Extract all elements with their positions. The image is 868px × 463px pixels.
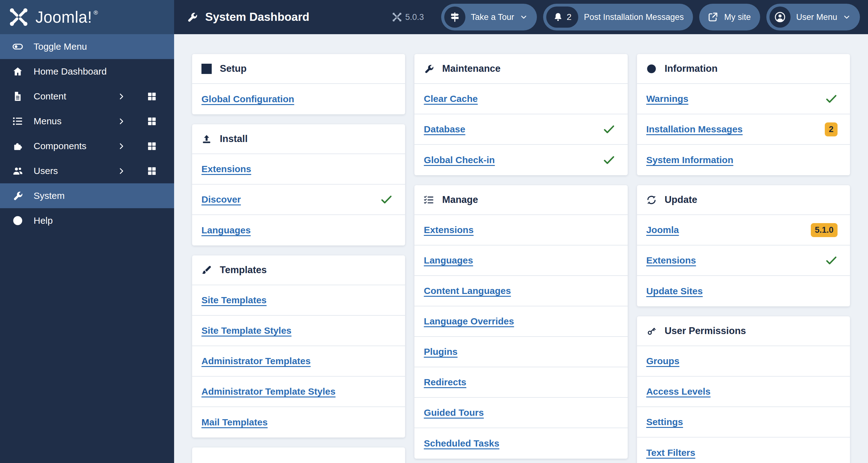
status-badge: 2 — [825, 123, 838, 136]
sidebar-item-label: Menus — [34, 116, 62, 127]
file-icon — [12, 91, 23, 102]
gear-icon — [202, 64, 212, 74]
extensions-link[interactable]: Extensions — [646, 255, 696, 266]
settings-link[interactable]: Settings — [646, 417, 683, 427]
sidebar-item-home-dashboard[interactable]: Home Dashboard — [0, 59, 174, 84]
card-title: Templates — [220, 264, 267, 276]
header-button-user-menu[interactable]: User Menu — [766, 4, 860, 30]
site-templates-link[interactable]: Site Templates — [202, 295, 267, 305]
content-languages-link[interactable]: Content Languages — [424, 286, 511, 296]
sidebar-item-components[interactable]: Components — [0, 134, 174, 159]
card-setup: SetupGlobal Configuration — [192, 54, 405, 114]
redirects-link[interactable]: Redirects — [424, 377, 466, 388]
card-row: Plugins — [414, 337, 627, 367]
clear-cache-link[interactable]: Clear Cache — [424, 94, 477, 104]
languages-link[interactable]: Languages — [424, 255, 473, 266]
sidebar-item-menus[interactable]: Menus — [0, 109, 174, 134]
language-overrides-link[interactable]: Language Overrides — [424, 316, 514, 327]
card-row: Scheduled Tasks — [414, 428, 627, 459]
key-icon — [646, 326, 657, 336]
mail-templates-link[interactable]: Mail Templates — [202, 417, 268, 428]
chevron-down-icon — [520, 13, 528, 21]
header-button-my-site[interactable]: My site — [699, 4, 760, 30]
wrench-icon — [424, 64, 434, 74]
groups-link[interactable]: Groups — [646, 356, 680, 366]
sidebar-item-help[interactable]: Help — [0, 208, 174, 233]
signpost-icon — [449, 11, 460, 23]
sidebar-item-content[interactable]: Content — [0, 84, 174, 109]
page-title: System Dashboard — [205, 10, 309, 24]
card-header: Templates — [192, 256, 405, 285]
sidebar-item-label: System — [34, 191, 65, 201]
chevron-right-icon — [118, 167, 125, 175]
joomla-logo[interactable]: Joomla! ® — [0, 0, 174, 34]
sidebar-item-label: Home Dashboard — [34, 66, 106, 77]
update-sites-link[interactable]: Update Sites — [646, 286, 703, 296]
card-manage: ManageExtensionsLanguagesContent Languag… — [414, 185, 627, 459]
system-information-link[interactable]: System Information — [646, 155, 733, 165]
header-button-label: User Menu — [796, 12, 837, 22]
sidebar: Toggle MenuHome DashboardContentMenusCom… — [0, 34, 174, 463]
header-button-take-a-tour[interactable]: Take a Tour — [441, 4, 537, 30]
card-row: Clear Cache — [414, 84, 627, 114]
card-header: Install — [192, 124, 405, 154]
installation-messages-link[interactable]: Installation Messages — [646, 124, 743, 135]
sidebar-dashboard-shortcut[interactable] — [147, 141, 157, 151]
extensions-link[interactable]: Extensions — [202, 164, 251, 174]
card-row: Site Templates — [192, 285, 405, 316]
chevron-right-icon — [118, 118, 125, 125]
sidebar-item-users[interactable]: Users — [0, 159, 174, 183]
text-filters-link[interactable]: Text Filters — [646, 448, 695, 458]
global-configuration-link[interactable]: Global Configuration — [202, 94, 294, 104]
card-row: Update Sites — [637, 276, 850, 306]
card-row: Settings — [637, 407, 850, 437]
card-update: UpdateJoomla5.1.0ExtensionsUpdate Sites — [637, 185, 850, 306]
site-template-styles-link[interactable]: Site Template Styles — [202, 325, 291, 336]
card-header: Maintenance — [414, 54, 627, 84]
sidebar-item-label: Content — [34, 91, 66, 102]
sidebar-item-system[interactable]: System — [0, 183, 174, 208]
card-row: Languages — [414, 245, 627, 276]
dashboard-column-1: SetupGlobal ConfigurationInstallExtensio… — [192, 54, 405, 463]
page-title-group: System Dashboard — [187, 10, 309, 24]
header-button-post-installation-messages[interactable]: 2Post Installation Messages — [543, 4, 693, 30]
joomla-link[interactable]: Joomla — [646, 225, 679, 235]
card-title: Manage — [442, 194, 478, 205]
check-icon — [603, 154, 615, 166]
sidebar-dashboard-shortcut[interactable] — [147, 117, 157, 126]
extensions-link[interactable]: Extensions — [424, 225, 473, 235]
card-user-permissions: User PermissionsGroupsAccess LevelsSetti… — [637, 316, 850, 463]
header-button-label: My site — [724, 12, 751, 22]
card-maintenance: MaintenanceClear CacheDatabaseGlobal Che… — [414, 54, 627, 175]
discover-link[interactable]: Discover — [202, 194, 241, 205]
version-label: 5.0.3 — [405, 12, 424, 22]
card-row: Language Overrides — [414, 306, 627, 337]
card-title: User Permissions — [665, 325, 746, 336]
database-link[interactable]: Database — [424, 124, 465, 135]
dashboard-column-3: InformationWarningsInstallation Messages… — [637, 54, 850, 463]
plugins-link[interactable]: Plugins — [424, 346, 457, 357]
card-row: Access Levels — [637, 376, 850, 407]
card-install: InstallExtensionsDiscoverLanguages — [192, 124, 405, 245]
card-row: Global Check-in — [414, 145, 627, 175]
card-title: Update — [665, 194, 697, 205]
warnings-link[interactable]: Warnings — [646, 94, 689, 104]
sidebar-dashboard-shortcut[interactable] — [147, 166, 157, 176]
registered-mark: ® — [94, 9, 98, 16]
dashboard-column-2: MaintenanceClear CacheDatabaseGlobal Che… — [414, 54, 627, 463]
check-icon — [825, 254, 838, 267]
global-check-in-link[interactable]: Global Check-in — [424, 155, 495, 165]
administrator-templates-link[interactable]: Administrator Templates — [202, 356, 311, 366]
languages-link[interactable]: Languages — [202, 225, 251, 235]
administrator-template-styles-link[interactable]: Administrator Template Styles — [202, 386, 336, 397]
sidebar-item-toggle-menu[interactable]: Toggle Menu — [0, 34, 174, 59]
card-row: Content Languages — [414, 276, 627, 306]
scheduled-tasks-link[interactable]: Scheduled Tasks — [424, 438, 499, 449]
card-row: Administrator Templates — [192, 346, 405, 376]
guided-tours-link[interactable]: Guided Tours — [424, 407, 484, 418]
access-levels-link[interactable]: Access Levels — [646, 386, 711, 397]
card-header: Manage — [414, 185, 627, 215]
puzzle-icon — [12, 141, 23, 151]
sidebar-dashboard-shortcut[interactable] — [147, 92, 157, 101]
info-icon — [646, 64, 657, 74]
